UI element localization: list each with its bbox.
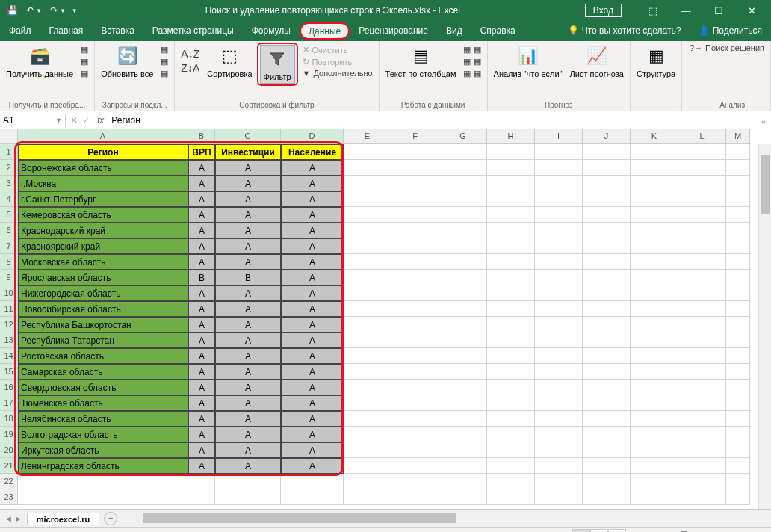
cell[interactable]: [344, 176, 391, 191]
cell[interactable]: [583, 301, 631, 317]
cell[interactable]: Кемеровская область: [18, 207, 188, 223]
cell[interactable]: Республика Башкортостан: [18, 317, 188, 332]
cell[interactable]: [487, 332, 535, 348]
cell[interactable]: B: [215, 270, 281, 285]
from-web-icon[interactable]: ▦: [78, 56, 91, 67]
cell[interactable]: [391, 332, 439, 348]
cell[interactable]: A: [215, 380, 281, 395]
cell[interactable]: [487, 301, 535, 317]
cell[interactable]: [391, 191, 439, 207]
cell[interactable]: [344, 395, 391, 411]
cell[interactable]: г.Москва: [18, 176, 188, 191]
editlinks-icon[interactable]: ▦: [158, 68, 171, 79]
cell[interactable]: [487, 254, 535, 270]
cell[interactable]: A: [215, 285, 281, 301]
cell[interactable]: A: [281, 364, 344, 380]
cell[interactable]: [391, 301, 439, 317]
cell[interactable]: A: [281, 458, 344, 474]
cell[interactable]: [18, 489, 188, 505]
row-header-15[interactable]: 15: [0, 364, 18, 380]
cell[interactable]: Республика Татарстан: [18, 332, 188, 348]
cell[interactable]: Волгоградская область: [18, 427, 188, 442]
cell[interactable]: [439, 254, 487, 270]
cell[interactable]: [726, 489, 750, 505]
name-box[interactable]: A1▼: [0, 114, 66, 127]
cell[interactable]: Регион: [18, 144, 188, 160]
qat-customize-icon[interactable]: ▼: [72, 7, 78, 14]
cell[interactable]: [535, 380, 583, 395]
cell[interactable]: [726, 176, 750, 191]
cell[interactable]: [535, 411, 583, 427]
tab-data[interactable]: Данные: [300, 22, 350, 40]
select-all-corner[interactable]: [0, 129, 18, 144]
cell[interactable]: [487, 489, 535, 505]
cell[interactable]: Красноярский край: [18, 238, 188, 254]
cell[interactable]: [726, 285, 750, 301]
cell[interactable]: [391, 317, 439, 332]
cell[interactable]: [439, 427, 487, 442]
cell[interactable]: [631, 489, 678, 505]
row-header-17[interactable]: 17: [0, 395, 18, 411]
cell[interactable]: [439, 176, 487, 191]
cell[interactable]: [391, 458, 439, 474]
cell[interactable]: A: [188, 301, 215, 317]
cell[interactable]: [391, 442, 439, 458]
cell[interactable]: [439, 364, 487, 380]
text-to-columns-button[interactable]: ▤ Текст по столбцам: [383, 43, 459, 80]
row-header-10[interactable]: 10: [0, 285, 18, 301]
ribbon-options-icon[interactable]: ⬚: [637, 0, 669, 21]
cell[interactable]: A: [188, 254, 215, 270]
cell[interactable]: [726, 191, 750, 207]
expand-formulabar-icon[interactable]: ⌄: [756, 115, 771, 126]
row-header-2[interactable]: 2: [0, 160, 18, 176]
cell[interactable]: [439, 223, 487, 238]
cell[interactable]: [726, 254, 750, 270]
cell[interactable]: [678, 270, 726, 285]
cell[interactable]: [344, 364, 391, 380]
view-pagelayout-icon[interactable]: ▤: [590, 529, 608, 532]
row-header-13[interactable]: 13: [0, 332, 18, 348]
row-header-6[interactable]: 6: [0, 223, 18, 238]
cell[interactable]: [583, 317, 631, 332]
cell[interactable]: A: [188, 238, 215, 254]
close-icon[interactable]: ✕: [735, 0, 768, 21]
cell[interactable]: [726, 395, 750, 411]
cell[interactable]: [631, 395, 678, 411]
cell[interactable]: [535, 238, 583, 254]
cell[interactable]: [583, 458, 631, 474]
cell[interactable]: [678, 317, 726, 332]
cell[interactable]: [583, 254, 631, 270]
cell[interactable]: [535, 160, 583, 176]
cell[interactable]: [535, 474, 583, 489]
cell[interactable]: [678, 332, 726, 348]
cell[interactable]: A: [281, 223, 344, 238]
cell[interactable]: [344, 144, 391, 160]
cell[interactable]: A: [215, 427, 281, 442]
row-header-21[interactable]: 21: [0, 458, 18, 474]
cell[interactable]: [678, 254, 726, 270]
cell[interactable]: [631, 474, 678, 489]
cell[interactable]: [631, 348, 678, 364]
cell[interactable]: [487, 270, 535, 285]
cell[interactable]: A: [281, 332, 344, 348]
minimize-icon[interactable]: —: [669, 0, 702, 21]
cell[interactable]: [583, 238, 631, 254]
cell[interactable]: [631, 285, 678, 301]
cell[interactable]: [631, 332, 678, 348]
hscroll-thumb[interactable]: [143, 513, 456, 523]
save-icon[interactable]: 💾: [3, 1, 21, 19]
column-headers[interactable]: ABCDEFGHIJKLM: [18, 129, 750, 144]
tab-insert[interactable]: Вставка: [92, 21, 143, 41]
sheet-tab[interactable]: microexcel.ru: [27, 513, 100, 525]
sort-za-icon[interactable]: Z↓A: [178, 61, 202, 75]
cell[interactable]: [439, 144, 487, 160]
cell[interactable]: [391, 207, 439, 223]
cell[interactable]: A: [188, 442, 215, 458]
cell[interactable]: [439, 474, 487, 489]
cell[interactable]: [726, 380, 750, 395]
cell[interactable]: [188, 489, 215, 505]
cell[interactable]: [631, 458, 678, 474]
cell[interactable]: [487, 474, 535, 489]
cell[interactable]: [439, 317, 487, 332]
cell[interactable]: [583, 364, 631, 380]
